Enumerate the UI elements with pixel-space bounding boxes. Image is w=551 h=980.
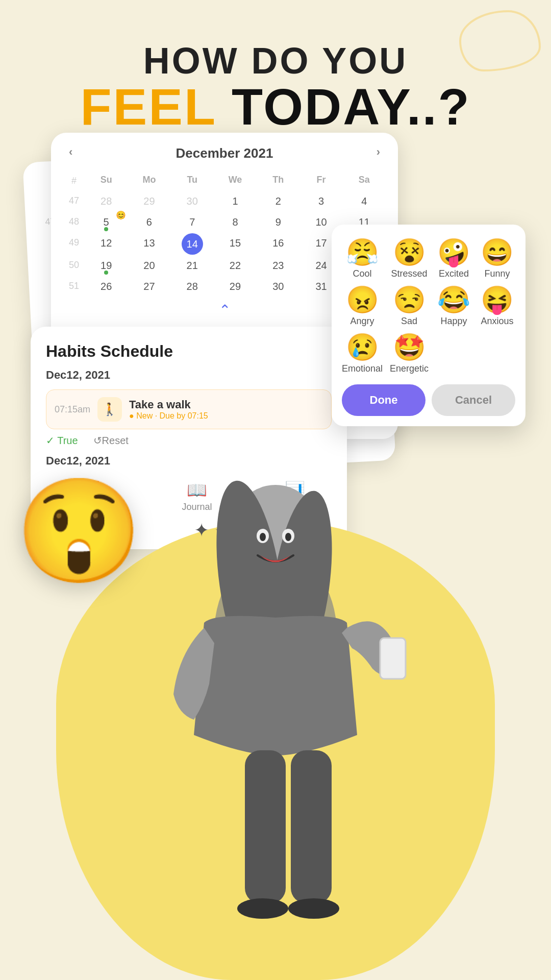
day-6[interactable]: 6 xyxy=(128,212,170,232)
girl-figure xyxy=(102,480,449,980)
day-14-today[interactable]: 14 xyxy=(182,233,203,255)
calendar-header: ‹ December 2021 › xyxy=(64,145,385,161)
mood-stressed[interactable]: 😵 Stressed xyxy=(390,239,429,279)
mood-excited-emoji: 🤪 xyxy=(437,239,470,265)
mood-stressed-emoji: 😵 xyxy=(393,239,426,265)
day-4[interactable]: 4 xyxy=(343,191,385,211)
mood-done-button[interactable]: Done xyxy=(342,384,425,416)
day-29-prev[interactable]: 29 xyxy=(128,191,170,211)
habit-walk-info: Take a walk ● New · Due by 07:15 xyxy=(129,398,323,421)
day-28-prev[interactable]: 28 xyxy=(85,191,127,211)
mood-happy[interactable]: 😂 Happy xyxy=(436,286,472,327)
day-5[interactable]: 5😊 xyxy=(85,212,127,232)
person-svg xyxy=(102,480,449,980)
day-header-we: We xyxy=(214,172,256,190)
day-26[interactable]: 26 xyxy=(85,277,127,297)
mood-cool-emoji: 😤 xyxy=(346,239,379,265)
day-7[interactable]: 7 xyxy=(171,212,213,232)
mood-happy-emoji: 😂 xyxy=(437,286,470,313)
mood-funny-label: Funny xyxy=(485,268,510,279)
day-1[interactable]: 1 xyxy=(214,191,256,211)
day-29[interactable]: 29 xyxy=(214,277,256,297)
day-30[interactable]: 30 xyxy=(257,277,299,297)
mood-funny-emoji: 😄 xyxy=(481,239,514,265)
week-num-47: 47 xyxy=(64,191,84,211)
svg-rect-6 xyxy=(291,750,332,903)
day-27[interactable]: 27 xyxy=(128,277,170,297)
day-20[interactable]: 20 xyxy=(128,256,170,276)
day-8[interactable]: 8 xyxy=(214,212,256,232)
svg-rect-4 xyxy=(380,638,406,679)
calendar-prev-button[interactable]: ‹ xyxy=(69,145,72,159)
day-2[interactable]: 2 xyxy=(257,191,299,211)
svg-point-11 xyxy=(260,533,266,541)
svg-point-7 xyxy=(237,898,288,919)
header-today-word: TODAY..? xyxy=(232,78,471,135)
day-header-tu: Tu xyxy=(171,172,213,190)
day-header-sa: Sa xyxy=(343,172,385,190)
habits-date2: Dec12, 2021 xyxy=(46,454,332,468)
mood-anxious-emoji: 😝 xyxy=(481,286,514,313)
mood-energetic[interactable]: 🤩 Energetic xyxy=(390,334,429,374)
header-feel-word: FEEL xyxy=(80,78,216,135)
mood-anxious[interactable]: 😝 Anxious xyxy=(479,286,515,327)
day-21[interactable]: 21 xyxy=(171,256,213,276)
day-15[interactable]: 15 xyxy=(214,233,256,255)
day-30-prev[interactable]: 30 xyxy=(171,191,213,211)
habit-walk-icon: 🚶 xyxy=(97,397,122,422)
week-num-51: 51 xyxy=(64,277,84,297)
mood-picker-popup: 😤 Cool 😵 Stressed 🤪 Excited 😄 Funny 😠 An… xyxy=(332,225,525,426)
calendar-month-label: December 2021 xyxy=(176,145,273,161)
day-header-fr: Fr xyxy=(300,172,342,190)
mood-sad-label: Sad xyxy=(401,316,417,327)
reset-label-1[interactable]: ↺Reset xyxy=(93,434,129,447)
day-13[interactable]: 13 xyxy=(128,233,170,255)
day-header-su: Su xyxy=(85,172,127,190)
mood-funny[interactable]: 😄 Funny xyxy=(479,239,515,279)
mood-excited[interactable]: 🤪 Excited xyxy=(436,239,472,279)
mood-angry-label: Angry xyxy=(350,316,374,327)
true-label-1[interactable]: ✓ True xyxy=(46,434,78,447)
mood-emotional-emoji: 😢 xyxy=(346,334,379,360)
mood-emotional[interactable]: 😢 Emotional xyxy=(342,334,383,374)
mood-energetic-emoji: 🤩 xyxy=(393,334,426,360)
true-reset-row-1: ✓ True ↺Reset xyxy=(46,434,332,447)
svg-rect-5 xyxy=(245,750,286,903)
mood-angry[interactable]: 😠 Angry xyxy=(342,286,383,327)
day-12[interactable]: 12 xyxy=(85,233,127,255)
mood-sad-emoji: 😒 xyxy=(393,286,426,313)
day-23[interactable]: 23 xyxy=(257,256,299,276)
mood-happy-label: Happy xyxy=(441,316,467,327)
day-16[interactable]: 16 xyxy=(257,233,299,255)
habit-item-walk[interactable]: 07:15am 🚶 Take a walk ● New · Due by 07:… xyxy=(46,389,332,429)
day-28[interactable]: 28 xyxy=(171,277,213,297)
mood-angry-emoji: 😠 xyxy=(346,286,379,313)
mood-popup-buttons: Done Cancel xyxy=(342,384,515,416)
mood-cancel-button[interactable]: Cancel xyxy=(432,384,515,416)
habits-date1: Dec12, 2021 xyxy=(46,369,332,382)
week-header: # xyxy=(64,172,84,190)
header-line1: HOW DO YOU xyxy=(0,41,551,81)
mood-cool-label: Cool xyxy=(353,268,372,279)
day-19[interactable]: 19 xyxy=(85,256,127,276)
day-9[interactable]: 9 xyxy=(257,212,299,232)
week-num-50: 50 xyxy=(64,256,84,276)
day-3[interactable]: 3 xyxy=(300,191,342,211)
habit-walk-meta: ● New · Due by 07:15 xyxy=(129,411,323,421)
habit-time: 07:15am xyxy=(55,404,90,415)
mood-cool[interactable]: 😤 Cool xyxy=(342,239,383,279)
mood-grid: 😤 Cool 😵 Stressed 🤪 Excited 😄 Funny 😠 An… xyxy=(342,239,515,374)
mood-stressed-label: Stressed xyxy=(391,268,428,279)
day-22[interactable]: 22 xyxy=(214,256,256,276)
habits-title: Habits Schedule xyxy=(46,342,332,361)
day-header-mo: Mo xyxy=(128,172,170,190)
mood-sad[interactable]: 😒 Sad xyxy=(390,286,429,327)
svg-point-8 xyxy=(288,898,339,919)
week-num-48: 48 xyxy=(64,212,84,232)
calendar-next-button[interactable]: › xyxy=(377,145,380,159)
mood-emotional-label: Emotional xyxy=(342,363,383,374)
habit-walk-name: Take a walk xyxy=(129,398,323,411)
week-num-49: 49 xyxy=(64,233,84,255)
header-feel-today: FEEL TODAY..? xyxy=(0,81,551,132)
day-header-th: Th xyxy=(257,172,299,190)
